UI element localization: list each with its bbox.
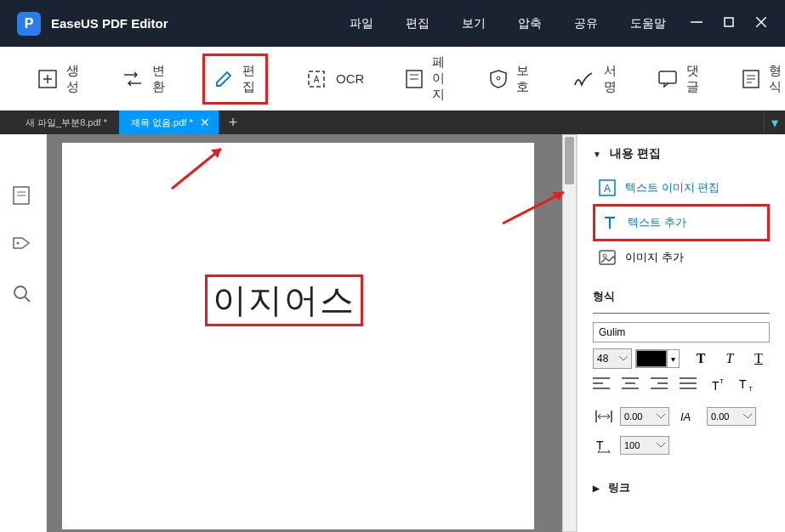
edit-text-image-button[interactable]: A 텍스트 이미지 편집 <box>593 172 770 204</box>
svg-text:IA: IA <box>680 410 691 423</box>
superscript-button[interactable]: TT <box>708 376 729 393</box>
tool-comment-label: 댓글 <box>686 63 701 95</box>
svg-text:T: T <box>712 379 720 392</box>
tool-create-label: 생성 <box>66 63 81 95</box>
pdf-page[interactable]: 이지어스 <box>62 143 534 529</box>
color-swatch[interactable] <box>636 350 667 367</box>
tool-edit-label: 편집 <box>242 63 257 95</box>
close-button[interactable] <box>754 15 768 29</box>
canvas-area: 이지어스 <box>47 134 577 532</box>
main: 이지어스 ▼ 내용 편집 A 텍스트 이미지 편집 텍스트 추가 이미지 추가 … <box>0 134 785 532</box>
add-image-button[interactable]: 이미지 추가 <box>593 241 770 274</box>
tags-icon[interactable] <box>12 235 34 257</box>
menu-compress[interactable]: 압축 <box>518 16 542 31</box>
svg-point-12 <box>497 76 500 80</box>
menu-file[interactable]: 파일 <box>350 16 373 31</box>
menu-edit[interactable]: 편집 <box>406 16 429 31</box>
menu-help[interactable]: 도움말 <box>630 16 666 31</box>
edit-content-title: 내용 편집 <box>610 146 661 161</box>
new-tab-button[interactable]: + <box>219 110 248 134</box>
search-icon[interactable] <box>12 284 34 306</box>
link-header[interactable]: ▶ 링크 <box>593 463 770 502</box>
plus-square-icon <box>37 68 58 90</box>
align-center-button[interactable] <box>622 376 642 393</box>
convert-icon <box>122 68 144 90</box>
tool-ocr-label: OCR <box>336 71 364 86</box>
text-a-icon: A <box>598 178 617 197</box>
tab-dropdown-icon[interactable]: ▾ <box>764 110 785 134</box>
edit-text-image-label: 텍스트 이미지 편집 <box>625 180 720 195</box>
tab-1[interactable]: 제목 없음.pdf * ✕ <box>119 110 219 134</box>
align-left-button[interactable] <box>593 376 613 393</box>
char-spacing-input[interactable]: 0.00 <box>620 407 669 426</box>
tool-comment[interactable]: 댓글 <box>654 56 704 102</box>
scroll-thumb[interactable] <box>565 137 574 184</box>
left-sidebar <box>0 134 47 532</box>
titlebar: P EaseUS PDF Editor 파일 편집 보기 압축 공유 도움말 <box>0 0 785 47</box>
tool-page[interactable]: 페이지 <box>401 48 452 110</box>
menu-share[interactable]: 공유 <box>574 16 598 31</box>
toolbar: 생성 변환 편집 A OCR 페이지 보호 서명 댓글 형식 <box>0 47 785 110</box>
char-spacing-icon <box>593 405 615 427</box>
app-logo: P <box>17 12 41 36</box>
tool-format[interactable]: 형식 <box>738 56 785 102</box>
tab-close-icon[interactable]: ✕ <box>200 116 210 129</box>
format-icon <box>742 68 760 90</box>
tabbar: 새 파일_부분8.pdf * 제목 없음.pdf * ✕ + ▾ <box>0 110 785 134</box>
subscript-button[interactable]: TT <box>737 376 758 393</box>
minimize-button[interactable] <box>690 15 703 29</box>
tab-0[interactable]: 새 파일_부분8.pdf * <box>14 110 119 134</box>
add-image-label: 이미지 추가 <box>625 250 684 265</box>
svg-text:T: T <box>739 377 747 391</box>
edit-content-header[interactable]: ▼ 내용 편집 <box>593 141 770 172</box>
tool-protect[interactable]: 보호 <box>486 56 536 102</box>
format-title: 형식 <box>593 286 770 314</box>
link-title: 링크 <box>608 480 630 495</box>
svg-text:T: T <box>748 385 753 392</box>
tool-ocr[interactable]: A OCR <box>302 61 367 97</box>
tab-0-label: 새 파일_부분8.pdf * <box>26 116 107 129</box>
tool-sign[interactable]: 서명 <box>570 56 620 102</box>
font-size-select[interactable]: 48 <box>593 348 632 369</box>
shield-icon <box>489 68 508 90</box>
tool-convert-label: 변환 <box>152 63 165 95</box>
color-dropdown-icon[interactable]: ▾ <box>667 350 679 367</box>
expand-icon: ▶ <box>593 484 600 493</box>
align-right-button[interactable] <box>651 376 671 393</box>
comment-icon <box>657 68 678 90</box>
svg-line-23 <box>25 297 30 302</box>
italic-button[interactable]: T <box>719 348 741 370</box>
add-text-button[interactable]: 텍스트 추가 <box>593 204 770 241</box>
app-title: EaseUS PDF Editor <box>51 16 168 31</box>
tool-create[interactable]: 생성 <box>34 56 84 102</box>
underline-button[interactable]: T <box>748 348 770 370</box>
font-select[interactable]: Gulim <box>593 322 770 342</box>
ocr-icon: A <box>305 68 327 90</box>
svg-rect-1 <box>725 18 733 26</box>
signature-icon <box>573 68 595 90</box>
pencil-icon <box>213 68 234 90</box>
vertical-scrollbar[interactable] <box>562 134 577 532</box>
menu-view[interactable]: 보기 <box>462 16 486 31</box>
image-icon <box>598 248 617 267</box>
bold-button[interactable]: T <box>690 348 712 370</box>
svg-text:T: T <box>720 377 724 385</box>
svg-text:A: A <box>314 75 320 84</box>
tool-sign-label: 서명 <box>604 63 617 95</box>
line-spacing-icon: IA <box>680 405 702 427</box>
tool-format-label: 형식 <box>769 63 785 95</box>
thumbnails-icon[interactable] <box>12 185 34 207</box>
align-justify-button[interactable] <box>680 376 700 393</box>
collapse-icon: ▼ <box>593 150 601 159</box>
pdf-text-content[interactable]: 이지어스 <box>205 274 363 326</box>
format-section: 형식 Gulim 48 ▾ T T T <box>593 286 770 456</box>
tool-convert[interactable]: 변환 <box>118 56 168 102</box>
svg-point-22 <box>14 286 26 298</box>
svg-rect-13 <box>659 71 676 83</box>
page-icon <box>405 68 424 90</box>
right-panel: ▼ 내용 편집 A 텍스트 이미지 편집 텍스트 추가 이미지 추가 형식 Gu… <box>577 134 785 532</box>
line-spacing-input[interactable]: 0.00 <box>707 407 756 426</box>
tool-edit[interactable]: 편집 <box>202 54 268 105</box>
scale-input[interactable]: 100 <box>620 436 669 455</box>
maximize-button[interactable] <box>722 15 736 29</box>
